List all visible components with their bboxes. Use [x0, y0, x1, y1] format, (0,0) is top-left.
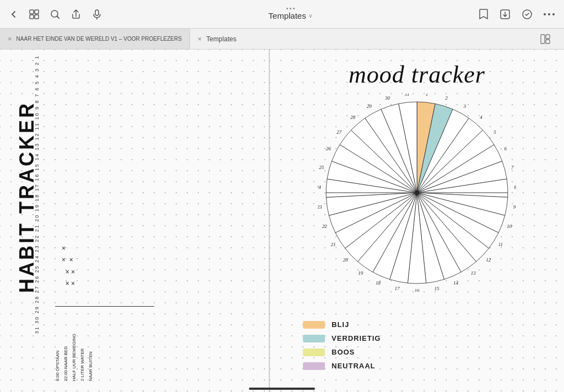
svg-text:14: 14	[453, 280, 459, 286]
svg-text:20: 20	[343, 257, 349, 263]
toolbar-left	[9, 9, 102, 20]
svg-text:3: 3	[463, 104, 467, 109]
bookmark-button[interactable]	[478, 8, 489, 20]
svg-text:19: 19	[358, 270, 364, 276]
svg-text:13: 13	[471, 270, 476, 276]
svg-text:2: 2	[445, 95, 448, 101]
svg-text:16: 16	[415, 288, 420, 292]
back-button[interactable]	[9, 9, 19, 19]
share-button[interactable]	[70, 9, 82, 20]
svg-text:21: 21	[331, 242, 336, 247]
cross-row-2: × ×	[62, 254, 75, 266]
svg-rect-12	[541, 35, 545, 43]
svg-text:7: 7	[511, 165, 514, 170]
legend-item-verdrietig: VERDRIETIG	[303, 334, 381, 342]
legend-color-neutraal	[303, 362, 325, 370]
legend-label-boos: BOOS	[332, 348, 355, 356]
habit-label-bed: 22:00 NAAR BED	[63, 334, 68, 381]
svg-text:25: 25	[319, 165, 324, 170]
svg-text:1: 1	[426, 94, 429, 97]
svg-text:28: 28	[350, 115, 356, 120]
main-content: 31 30 29 28 27 26 25 24 23 22 21 20 19 1…	[0, 50, 564, 392]
svg-text:24: 24	[318, 184, 321, 190]
svg-text:31: 31	[404, 94, 409, 97]
svg-text:17: 17	[394, 286, 400, 291]
cross-marks-area: × × × × × × ×	[62, 243, 75, 290]
svg-text:11: 11	[498, 242, 503, 247]
toolbar-title-row[interactable]: Templates ∨	[268, 11, 312, 20]
svg-text:15: 15	[435, 286, 440, 291]
tab-habit-tracker[interactable]: × NAAR HET EINDE VAN DE WERELD V1 – VOOR…	[0, 29, 190, 49]
svg-text:12: 12	[486, 257, 491, 263]
grid-button[interactable]	[29, 9, 40, 20]
svg-rect-13	[546, 35, 550, 39]
legend-color-blij	[303, 321, 325, 329]
svg-text:8: 8	[514, 184, 516, 190]
habit-label-buiten: NAAR BUITEN	[88, 334, 93, 381]
svg-text:18: 18	[376, 280, 381, 286]
search-button[interactable]	[50, 9, 61, 20]
svg-text:29: 29	[367, 104, 372, 109]
circle-button[interactable]	[521, 8, 533, 20]
download-button[interactable]	[499, 8, 511, 20]
mic-button[interactable]	[91, 9, 102, 20]
toolbar-title: Templates	[268, 11, 306, 20]
habit-label-opstaan: 8:00 OPSTAAN	[55, 334, 60, 381]
legend-item-neutraal: NEUTRAAL	[303, 362, 381, 370]
toolbar-dots	[286, 8, 295, 9]
chevron-down-icon: ∨	[308, 13, 312, 19]
svg-rect-2	[30, 15, 34, 19]
habit-tracker-title: HABIT TRACKER	[15, 101, 39, 293]
habit-line	[55, 306, 154, 307]
svg-rect-14	[546, 40, 550, 43]
svg-point-10	[548, 13, 550, 15]
tab-close-left[interactable]: ×	[8, 35, 12, 42]
home-indicator	[249, 388, 315, 390]
svg-text:4: 4	[480, 115, 482, 120]
mood-wheel-svg: 1234567891011121314151617181920212223242…	[318, 94, 516, 292]
legend-label-blij: BLIJ	[332, 320, 349, 329]
svg-text:27: 27	[337, 129, 342, 134]
legend-label-neutraal: NEUTRAAL	[332, 362, 376, 370]
tab-close-right[interactable]: ×	[198, 35, 202, 42]
left-page: 31 30 29 28 27 26 25 24 23 22 21 20 19 1…	[0, 50, 270, 392]
cross-row-3: × ×	[62, 266, 75, 279]
habit-label-beweging: HALF UUR BEWEGING	[72, 334, 77, 381]
svg-text:5: 5	[494, 129, 496, 134]
habit-label-water: 2 LITER WATER	[80, 334, 85, 381]
svg-text:9: 9	[513, 204, 516, 210]
svg-text:22: 22	[322, 224, 328, 229]
legend-item-blij: BLIJ	[303, 320, 381, 329]
tab-bar: × NAAR HET EINDE VAN DE WERELD V1 – VOOR…	[0, 29, 564, 50]
svg-rect-3	[35, 15, 39, 19]
svg-text:10: 10	[507, 224, 512, 229]
more-button[interactable]	[543, 13, 555, 16]
cross-row-1: ×	[62, 243, 75, 255]
legend-color-boos	[303, 349, 325, 356]
svg-text:6: 6	[504, 146, 507, 151]
toolbar-center: Templates ∨	[268, 8, 312, 20]
svg-rect-5	[95, 10, 99, 15]
legend: BLIJ VERDRIETIG BOOS NEUTRAAL	[303, 320, 381, 375]
toolbar: Templates ∨	[0, 0, 564, 29]
cross-row-4: × ×	[62, 278, 75, 290]
svg-point-9	[544, 13, 546, 15]
layout-button[interactable]	[540, 34, 551, 45]
tab-title-right: Templates	[206, 35, 236, 43]
svg-point-11	[552, 13, 555, 15]
svg-text:23: 23	[318, 204, 322, 210]
right-page: mood tracker 123456789101112131415161718…	[270, 50, 564, 392]
legend-label-verdrietig: VERDRIETIG	[332, 334, 381, 342]
svg-rect-0	[30, 10, 34, 14]
tab-title-left: NAAR HET EINDE VAN DE WERELD V1 – VOOR P…	[17, 36, 182, 42]
mood-wheel-container: 1234567891011121314151617181920212223242…	[318, 94, 516, 294]
mood-tracker-title: mood tracker	[349, 61, 485, 89]
habit-labels-bottom: 8:00 OPSTAAN 22:00 NAAR BED HALF UUR BEW…	[55, 334, 93, 381]
toolbar-right	[478, 8, 555, 20]
legend-color-verdrietig	[303, 335, 325, 342]
tab-actions	[540, 34, 556, 45]
svg-rect-1	[35, 10, 39, 14]
tab-templates[interactable]: × Templates	[190, 29, 564, 49]
svg-text:30: 30	[384, 95, 391, 101]
legend-item-boos: BOOS	[303, 348, 381, 356]
